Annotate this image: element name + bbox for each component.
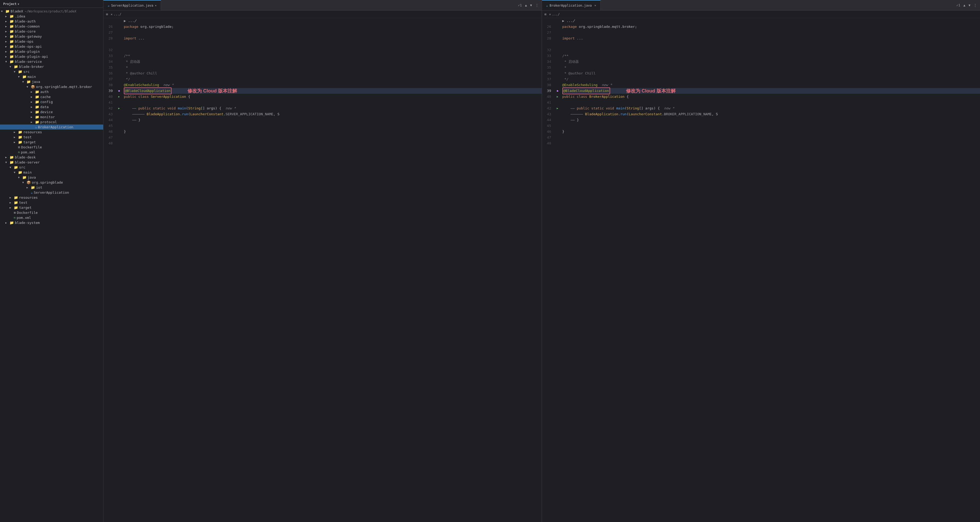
sidebar-item-blade-plugin-api[interactable]: ▶ 📁 blade-plugin-api (0, 54, 103, 59)
code-line: —— public static void main(String[] args… (562, 105, 980, 111)
folder-icon: 📁 (18, 170, 22, 175)
sidebar-item-cache[interactable]: ▶ 📁 cache (0, 94, 103, 99)
sidebar-item-blade-system[interactable]: ▶ 📁 blade-system (0, 220, 103, 225)
code-line (562, 30, 980, 35)
code-line: * @author Chill (124, 70, 542, 76)
sidebar-item-blade-desk[interactable]: ▶ 📁 blade-desk (0, 155, 103, 160)
folder-icon: 📁 (35, 95, 39, 99)
tree-root-item[interactable]: ▼ 📁 BladeX ~/Workspaces/product/BladeX (0, 9, 103, 14)
sidebar-item-idea[interactable]: ▶ 📁 .idea (0, 14, 103, 19)
folder-icon: 📁 (10, 155, 14, 159)
sidebar-item-label: blade-plugin (15, 49, 40, 54)
sidebar-item-blade-plugin[interactable]: ▶ 📁 blade-plugin (0, 49, 103, 54)
sidebar-item-target2[interactable]: ▶ 📁 target (0, 205, 103, 210)
sidebar-item-pom1[interactable]: m pom.xml (0, 150, 103, 155)
sidebar-item-blade-ops-api[interactable]: ▶ 📁 blade-ops-api (0, 44, 103, 49)
sidebar-item-src2[interactable]: ▼ 📁 src (0, 165, 103, 170)
pane1-breadcrumb: ⊞ ✕ .../ (103, 11, 542, 18)
sidebar-item-label: resources (19, 195, 38, 200)
sidebar-item-dockerfile2[interactable]: ≡ Dockerfile (0, 210, 103, 215)
scroll-down-icon[interactable]: ▼ (530, 3, 532, 7)
sidebar-item-label: test (19, 201, 27, 205)
sidebar-item-pkg2[interactable]: ▼ 📦 org.springblade (0, 180, 103, 185)
chevron-right-icon: ▶ (14, 136, 18, 139)
sidebar-item-label: test (23, 135, 32, 139)
pane2-tab-bar: ☕ BrokerApplication.java ✕ ✓1 ▲ ▼ ⋮ (542, 0, 980, 11)
sidebar-item-label: target (19, 206, 32, 209)
code-line: public class BrokerApplication { (562, 94, 980, 100)
sidebar-item-device[interactable]: ▶ 📁 device (0, 109, 103, 114)
chevron-right-icon: ▶ (10, 201, 14, 204)
sidebar-item-resources2[interactable]: ▶ 📁 resources (0, 195, 103, 200)
chevron-right-icon: ▶ (31, 95, 35, 98)
sidebar-item-main2[interactable]: ▼ 📁 main (0, 170, 103, 175)
pane1-code-editor[interactable]: 26 27 28 32 33 34 35 36 37 38 39 40 41 (103, 18, 542, 522)
pane2-code-editor[interactable]: 26 27 28 32 33 34 35 36 37 38 39 40 41 (542, 18, 980, 522)
sidebar-item-blade-gateway[interactable]: ▶ 📁 blade-gateway (0, 34, 103, 39)
pane1-tab[interactable]: ☕ ServerApplication.java ✕ (103, 0, 161, 10)
sidebar-item-java2[interactable]: ▼ 📁 java (0, 175, 103, 180)
sidebar-item-data[interactable]: ▶ 📁 data (0, 105, 103, 109)
sidebar-item-src1[interactable]: ▼ 📁 src (0, 69, 103, 74)
sidebar-item-main1[interactable]: ▼ 📁 main (0, 74, 103, 79)
code-line (124, 140, 542, 146)
folder-icon: 📁 (10, 24, 14, 29)
copy-path-icon[interactable]: ⊞ (106, 13, 108, 16)
pane-menu-icon[interactable]: ⋮ (535, 3, 539, 7)
breadcrumb-path: .../ (113, 13, 121, 16)
sidebar-item-blade-broker[interactable]: ▼ 📁 blade-broker (0, 64, 103, 69)
sidebar-item-blade-core[interactable]: ▶ 📁 blade-core (0, 29, 103, 34)
folder-icon: 📁 (14, 201, 18, 205)
close-breadcrumb-icon[interactable]: ✕ (111, 13, 113, 16)
scroll-up-icon2[interactable]: ▲ (964, 3, 966, 7)
copy-path-icon2[interactable]: ⊞ (545, 13, 546, 16)
sidebar-item-label: ServerApplication (34, 190, 69, 195)
sidebar-item-test2[interactable]: ▶ 📁 test (0, 200, 103, 205)
sidebar-item-blade-auth[interactable]: ▶ 📁 blade-auth (0, 19, 103, 24)
sidebar-item-label: blade-system (15, 221, 40, 225)
editor-pane-2: ☕ BrokerApplication.java ✕ ✓1 ▲ ▼ ⋮ ⊞ ✕ (542, 0, 980, 522)
pane1-gutter: ● ▶ ▶ (115, 18, 123, 522)
sidebar-item-monitor[interactable]: ▶ 📁 monitor (0, 114, 103, 119)
close-breadcrumb-icon2[interactable]: ✕ (549, 13, 551, 16)
folder-icon: 📁 (14, 65, 18, 69)
code-line (562, 41, 980, 47)
sidebar-item-iot[interactable]: ▶ 📁 iot (0, 185, 103, 190)
sidebar-item-config[interactable]: ▶ 📁 config (0, 99, 103, 105)
pane-menu-icon2[interactable]: ⋮ (974, 3, 977, 7)
sidebar-item-target1[interactable]: ▶ 📁 target (0, 140, 103, 145)
tab-close-btn[interactable]: ✕ (595, 4, 596, 7)
sidebar-item-blade-service[interactable]: ▼ 📁 blade-service (0, 59, 103, 64)
scroll-down-icon2[interactable]: ▼ (969, 3, 970, 7)
folder-icon: 📁 (10, 14, 14, 18)
pane2-tab[interactable]: ☕ BrokerApplication.java ✕ (542, 0, 601, 10)
sidebar: Project ▼ ▼ 📁 BladeX ~/Workspaces/produc… (0, 0, 103, 522)
sidebar-item-test1[interactable]: ▶ 📁 test (0, 135, 103, 140)
chevron-down-icon: ▼ (10, 166, 14, 169)
sidebar-item-pom2[interactable]: m pom.xml (0, 215, 103, 220)
sidebar-item-blade-server[interactable]: ▼ 📁 blade-server (0, 160, 103, 165)
sidebar-item-protocol[interactable]: ▶ 📁 protocol (0, 119, 103, 125)
sidebar-item-pkg1[interactable]: ▼ 📦 org.springblade.mqtt.broker (0, 84, 103, 89)
sidebar-header: Project ▼ (0, 0, 103, 8)
sidebar-item-java1[interactable]: ▼ 📁 java (0, 79, 103, 84)
sidebar-item-resources1[interactable]: ▶ 📁 resources (0, 130, 103, 135)
sidebar-item-label: main (23, 170, 32, 175)
sidebar-item-dockerfile1[interactable]: ≡ Dockerfile (0, 145, 103, 150)
chevron-right-icon: ▶ (5, 25, 10, 28)
sidebar-item-blade-common[interactable]: ▶ 📁 blade-common (0, 24, 103, 29)
pane2-line-numbers: 26 27 28 32 33 34 35 36 37 38 39 40 41 (542, 18, 554, 522)
sidebar-item-label: blade-service (15, 60, 42, 63)
sidebar-item-blade-ops[interactable]: ▶ 📁 blade-ops (0, 39, 103, 44)
scroll-up-icon[interactable]: ▲ (525, 3, 527, 7)
code-line: @EnableScheduling new * (124, 82, 542, 88)
code-line: * (562, 65, 980, 70)
java-file-icon: ☕ (546, 4, 548, 8)
file-tree: ▼ 📁 BladeX ~/Workspaces/product/BladeX ▶… (0, 8, 103, 225)
sidebar-item-broker-application[interactable]: ☕ BrokerApplication (0, 125, 103, 130)
editor-area: ☕ ServerApplication.java ✕ ✓1 ▲ ▼ ⋮ ⊞ ✕ (103, 0, 980, 522)
folder-icon: 📁 (10, 29, 14, 33)
sidebar-item-auth[interactable]: ▶ 📁 auth (0, 89, 103, 94)
sidebar-item-server-application[interactable]: ☕ ServerApplication (0, 190, 103, 195)
sidebar-item-label: auth (40, 90, 49, 94)
